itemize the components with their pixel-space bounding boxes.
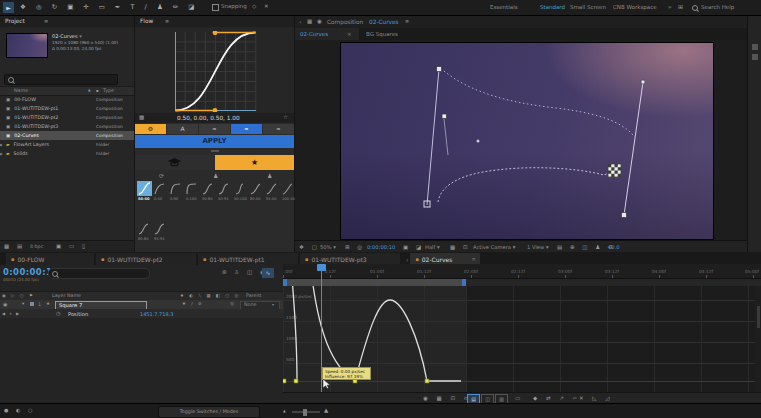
flow-apply-button[interactable]: APPLY [135,135,294,148]
selection-tool-button[interactable]: ► [3,2,14,13]
keyframe-handle-right-bottom[interactable] [622,213,627,218]
project-row-flowart-layers[interactable]: ▶▰FlowArt LayersFolder [0,140,134,149]
layer-name-column-label[interactable]: Layer Name [52,293,81,298]
property-row-position[interactable]: ◀ ⋄ ▶ ◷ Position 1451.7,718.3 [0,309,283,318]
project-footer-icons-right[interactable]: ▣ ▭ ▯ [56,243,88,249]
graph-area[interactable]: 2000 px/sec 1500 1000 500 [283,286,755,392]
dock-panel-icon-1[interactable] [752,44,758,50]
work-area-end-handle[interactable] [462,279,466,286]
zoom-level-dropdown[interactable]: 50% ▾ [320,244,336,250]
workspace-small-screen[interactable]: Small Screen [570,4,606,10]
preset-7[interactable] [233,182,246,197]
bezier-handle-line-mid[interactable] [444,119,448,155]
project-panel-header[interactable]: Project ≡ [0,16,134,27]
flow-dash-button-active[interactable]: ▬ [231,124,262,134]
tab-close-icon[interactable]: × [347,31,352,37]
toggle-switches-button[interactable]: Toggle Switches / Modes [158,406,260,418]
project-row-pt1[interactable]: ▣01-WUTITDEW-pt1Composition [0,104,134,113]
ease-icons[interactable]: ✕ ◺ ◿ [579,395,613,401]
keyframe-marker[interactable] [283,379,286,383]
preset-9[interactable] [265,182,278,197]
camera-dropdown[interactable]: Active Camera ▾ [473,244,515,250]
viewer-camera-icons[interactable]: ▣ ◪ [403,244,424,250]
flow-curve-editor[interactable] [135,27,294,113]
project-row-00-flow[interactable]: ▣00-FLOWComposition [0,95,134,104]
layer-switch-icons[interactable]: ♦ ∕ ⊘ [182,301,204,306]
comp-tab-bg-squares[interactable]: BG Squares [360,28,418,40]
sort-icon[interactable]: ▲ [88,88,91,92]
stopwatch-icon[interactable]: ◷ [56,310,60,316]
viewer-mid-icons[interactable]: ⊞ ◎ [345,244,365,250]
preset-10[interactable] [281,182,294,197]
tool-icons[interactable]: ❖ ◎ ↻ ▣ ✛ ▭ ✒ T ∕ ♟ ✏ ◪ [20,3,198,11]
work-area-track[interactable] [283,279,761,286]
zoom-in-mountain-icon[interactable]: ▲ [324,407,328,413]
bezier-handle-line-right[interactable] [624,82,643,215]
type-swatch-icon[interactable]: ▪ [96,88,99,93]
parent-pickwhip-icon[interactable]: ◎ [230,301,234,306]
preset-6[interactable] [217,182,230,197]
work-area-start-handle[interactable] [283,279,287,286]
flow-star-button[interactable]: ★ [215,155,294,170]
keyframe-edit-icons[interactable]: ◆ ⇄ ↗ ⌐ [533,395,581,401]
preset-2[interactable] [153,182,166,197]
comp-panel-header[interactable]: ‹ ▦ ◉ Composition 02-Curves ≡ [295,16,761,28]
bottom-left-icons[interactable]: ● ◐ ○ [4,407,35,413]
back-icon[interactable]: ‹ [299,18,301,25]
bezier-handle-top[interactable] [213,31,218,35]
flow-font-button[interactable]: A [167,124,198,134]
project-row-solids[interactable]: ▶▰SolidsFolder [0,149,134,158]
project-tab-label[interactable]: Project [5,18,25,24]
graph-view-icons[interactable]: ◉ ▦ ⊡ ∩ [423,395,471,401]
comp-flowchart-icon[interactable]: ▦ [307,18,312,24]
timeline-tab-pt2[interactable]: ▪01-WUTITDEW-pt2 [96,253,196,265]
project-row-02-curves[interactable]: ▣02-CurvesComposition [0,131,134,140]
timeline-zoom-slider[interactable] [292,411,320,413]
project-search-input[interactable] [4,74,118,85]
flow-wrench-button[interactable]: ⚙ [135,124,166,134]
preset-4[interactable] [185,182,198,197]
workspace-essentials[interactable]: Essentials [490,4,518,10]
flow-panel-header[interactable]: Flow ≡ [135,16,294,27]
timeline-toggle-icons[interactable]: ⊜ ♙ ◫ ◉ [222,269,268,275]
property-name-label[interactable]: Position [68,311,88,317]
flow-refresh-icon[interactable]: ⟳ [159,172,164,179]
workspace-standard[interactable]: Standard [540,4,565,10]
comp-caret-icon[interactable]: ▾ [79,33,82,39]
workspace-cnb[interactable]: CNB Workspace [613,4,657,10]
column-name-label[interactable]: Name [14,88,28,93]
flow-tutorial-button[interactable] [135,155,214,170]
graph-editor-button[interactable]: ∿ [262,268,274,278]
comp-canvas[interactable] [340,42,714,240]
keyframe-marker[interactable] [425,379,429,383]
flow-dash-button-1[interactable]: ▬ [199,124,230,134]
dock-panel-icon-2[interactable] [752,54,758,60]
tab-menu-icon[interactable]: ≡ [472,257,476,262]
flow-user-icon-1[interactable]: ♟ [213,172,218,179]
project-row-pt3[interactable]: ▣01-WUTITDEW-pt3Composition [0,122,134,131]
snapping-checkbox[interactable] [212,4,219,11]
comp-menu-icon[interactable]: ≡ [405,18,409,24]
resolution-dropdown[interactable]: Half ▾ [425,244,440,250]
layer-row-square-7[interactable]: ◉ ▾ 1 ★ Square 7 ♦ ∕ ⊘ ◎ None ▾ [0,300,283,309]
bezier-handle-bottom[interactable] [213,108,218,112]
selected-layer-square[interactable] [608,164,621,177]
property-value[interactable]: 1451.7,718.3 [140,311,173,317]
eye-icon[interactable]: ◉ [3,301,7,307]
flow-menu-icon[interactable]: ≡ [165,18,169,24]
parent-column-label[interactable]: Parent [246,293,261,298]
snapping-extra-icons[interactable]: ◇ ✕ [252,3,272,9]
tab-scroll-icon[interactable]: ‹ [406,256,408,263]
search-help-icon[interactable] [692,5,698,11]
keyframe-handle-right-top[interactable] [641,80,645,84]
workspace-overflow-icon[interactable]: » [668,3,672,10]
playhead-line[interactable] [321,264,322,392]
viewer-timecode[interactable]: 0:00:00:10 [367,244,395,250]
bit-depth-label[interactable]: 8 bpc [30,244,43,249]
flow-curve-plot[interactable] [175,31,257,112]
playhead-handle[interactable] [317,264,326,271]
preset-3[interactable] [169,182,182,197]
exposure-value[interactable]: +0.0 [607,244,620,250]
preset-5[interactable] [201,182,214,197]
timeline-tab-00-flow[interactable]: ▪00-FLOW [6,253,94,265]
